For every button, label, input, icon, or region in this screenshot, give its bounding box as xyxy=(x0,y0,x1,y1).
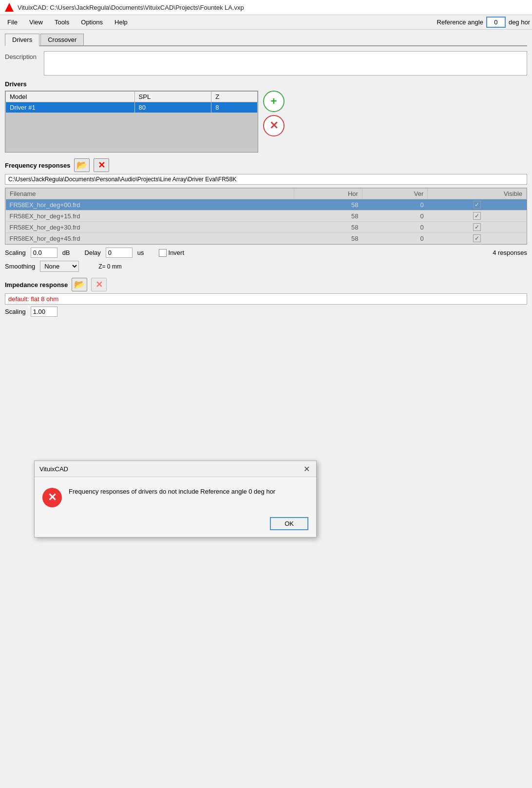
table-row-empty xyxy=(6,113,258,152)
dialog-message: Frequency responses of drivers do not in… xyxy=(69,487,275,497)
col-model: Model xyxy=(6,92,135,102)
description-label: Description xyxy=(5,51,39,60)
driver-buttons: + ✕ xyxy=(263,91,285,136)
reference-angle-input[interactable] xyxy=(486,17,506,28)
freq-path-display: C:\Users\JackRegula\Documents\Personal\A… xyxy=(5,174,527,185)
impedance-header: Impedance response 📂 ✕ xyxy=(5,278,527,291)
driver-spl: 80 xyxy=(134,102,211,113)
freq-folder-button[interactable]: 📂 xyxy=(74,158,90,172)
remove-driver-button[interactable]: ✕ xyxy=(263,115,285,136)
scaling-input[interactable] xyxy=(31,248,57,258)
bottom-controls-row2: Smoothing None 1/3 1/6 1/12 1/24 Z= 0 mm xyxy=(5,261,527,272)
col-z: Z xyxy=(211,92,258,102)
impedance-remove-button[interactable]: ✕ xyxy=(91,278,107,291)
dialog-ok-button[interactable]: OK xyxy=(270,517,308,530)
impedance-scaling-input[interactable] xyxy=(31,307,57,317)
freq-table-container: Filename Hor Ver Visible FR58EX_hor_deg+… xyxy=(5,188,527,245)
dialog-body: ✕ Frequency responses of drivers do not … xyxy=(35,477,316,512)
menu-view[interactable]: View xyxy=(24,16,48,28)
driver-model: Driver #1 xyxy=(6,102,135,113)
col-spl: SPL xyxy=(134,92,211,102)
menu-tools[interactable]: Tools xyxy=(49,16,75,28)
delay-input[interactable] xyxy=(106,248,133,258)
error-x-icon: ✕ xyxy=(48,491,57,504)
impedance-remove-icon: ✕ xyxy=(95,279,103,290)
menu-help[interactable]: Help xyxy=(109,16,133,28)
dialog-footer: OK xyxy=(35,512,316,537)
menu-options[interactable]: Options xyxy=(76,16,108,28)
table-row[interactable]: Driver #1 80 8 xyxy=(6,102,258,113)
invert-group: Invert xyxy=(159,249,185,257)
app-title: VituixCAD: C:\Users\JackRegula\Documents… xyxy=(18,4,244,11)
scaling-unit: dB xyxy=(62,249,70,256)
add-driver-button[interactable]: + xyxy=(263,91,285,112)
impedance-path-display: default: flat 8 ohm xyxy=(5,293,527,305)
freq-responses-title: Frequency responses xyxy=(5,162,70,169)
drivers-area: Model SPL Z Driver #1 80 8 xyxy=(5,91,527,153)
dialog-error-icon: ✕ xyxy=(42,488,62,507)
impedance-folder-button[interactable]: 📂 xyxy=(72,278,87,291)
menu-file[interactable]: File xyxy=(2,16,23,28)
x-icon: ✕ xyxy=(269,119,278,132)
delay-label: Delay xyxy=(85,249,101,256)
smoothing-label: Smoothing xyxy=(5,263,35,270)
impedance-scaling-label: Scaling xyxy=(5,308,26,315)
scaling-label: Scaling xyxy=(5,249,26,256)
freq-remove-button[interactable]: ✕ xyxy=(94,158,109,172)
drivers-section-title: Drivers xyxy=(5,80,527,88)
freq-responses-header: Frequency responses 📂 ✕ xyxy=(5,158,527,172)
delay-unit: us xyxy=(137,249,144,256)
z-value: Z= 0 mm xyxy=(98,263,122,270)
reference-angle-unit: deg hor xyxy=(509,19,530,26)
impedance-folder-icon: 📂 xyxy=(74,279,85,290)
menu-bar: File View Tools Options Help Reference a… xyxy=(0,15,532,30)
dialog-titlebar: VituixCAD ✕ xyxy=(35,461,316,477)
dialog-box: VituixCAD ✕ ✕ Frequency responses of dri… xyxy=(34,461,317,538)
title-bar: VituixCAD: C:\Users\JackRegula\Documents… xyxy=(0,0,532,15)
dialog-overlay: VituixCAD ✕ ✕ Frequency responses of dri… xyxy=(5,188,527,245)
tab-drivers[interactable]: Drivers xyxy=(5,34,39,46)
drivers-table: Model SPL Z Driver #1 80 8 xyxy=(5,91,258,152)
tab-crossover[interactable]: Crossover xyxy=(40,34,84,45)
bottom-controls-row1: Scaling dB Delay us Invert 4 responses xyxy=(5,248,527,258)
invert-checkbox[interactable] xyxy=(159,249,167,257)
description-input[interactable] xyxy=(44,51,527,76)
drivers-table-wrap: Model SPL Z Driver #1 80 8 xyxy=(5,91,258,153)
reference-angle-group: Reference angle deg hor xyxy=(437,17,531,28)
plus-icon: + xyxy=(271,95,277,108)
impedance-scaling-row: Scaling xyxy=(5,307,527,317)
dialog-title: VituixCAD xyxy=(39,465,68,473)
responses-count: 4 responses xyxy=(493,249,527,256)
folder-icon: 📂 xyxy=(76,160,87,171)
tabs: Drivers Crossover xyxy=(5,34,527,46)
smoothing-select[interactable]: None 1/3 1/6 1/12 1/24 xyxy=(40,261,79,272)
bottom-controls-wrap: Scaling dB Delay us Invert 4 responses S… xyxy=(5,248,527,272)
main-content: Drivers Crossover Description Drivers Mo… xyxy=(0,30,532,321)
app-logo xyxy=(5,3,14,12)
dialog-close-button[interactable]: ✕ xyxy=(302,464,311,474)
remove-freq-icon: ✕ xyxy=(98,160,105,171)
invert-label: Invert xyxy=(169,249,185,256)
driver-z: 8 xyxy=(211,102,258,113)
reference-angle-label: Reference angle xyxy=(437,19,483,26)
impedance-title: Impedance response xyxy=(5,281,68,288)
